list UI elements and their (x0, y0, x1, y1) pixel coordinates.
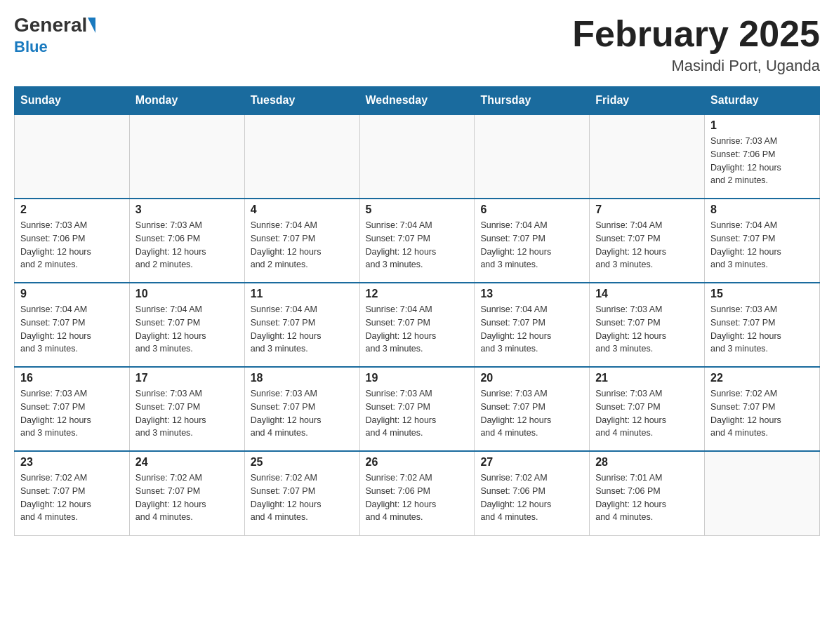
weekday-header-friday: Friday (590, 87, 705, 115)
calendar-cell: 6Sunrise: 7:04 AM Sunset: 7:07 PM Daylig… (475, 199, 590, 283)
day-info: Sunrise: 7:02 AM Sunset: 7:07 PM Dayligh… (710, 387, 814, 440)
calendar-cell: 7Sunrise: 7:04 AM Sunset: 7:07 PM Daylig… (590, 199, 705, 283)
day-number: 9 (20, 288, 124, 300)
weekday-header-monday: Monday (129, 87, 244, 115)
calendar-cell: 27Sunrise: 7:02 AM Sunset: 7:06 PM Dayli… (475, 451, 590, 535)
day-number: 24 (135, 456, 239, 469)
day-number: 20 (480, 372, 583, 384)
calendar-cell: 8Sunrise: 7:04 AM Sunset: 7:07 PM Daylig… (705, 199, 820, 283)
calendar-cell: 3Sunrise: 7:03 AM Sunset: 7:06 PM Daylig… (129, 199, 244, 283)
day-info: Sunrise: 7:04 AM Sunset: 7:07 PM Dayligh… (251, 219, 354, 271)
location: Masindi Port, Uganda (572, 57, 820, 75)
day-number: 14 (595, 288, 699, 300)
day-info: Sunrise: 7:01 AM Sunset: 7:06 PM Dayligh… (595, 471, 699, 524)
day-info: Sunrise: 7:04 AM Sunset: 7:07 PM Dayligh… (366, 303, 469, 356)
day-number: 19 (366, 372, 469, 384)
calendar-cell: 19Sunrise: 7:03 AM Sunset: 7:07 PM Dayli… (359, 367, 475, 451)
logo: General Blue (14, 14, 95, 56)
day-info: Sunrise: 7:04 AM Sunset: 7:07 PM Dayligh… (366, 219, 469, 271)
weekday-header-sunday: Sunday (15, 87, 130, 115)
day-info: Sunrise: 7:04 AM Sunset: 7:07 PM Dayligh… (480, 303, 583, 356)
day-info: Sunrise: 7:04 AM Sunset: 7:07 PM Dayligh… (480, 219, 583, 271)
month-title: February 2025 (572, 14, 820, 54)
calendar-cell: 9Sunrise: 7:04 AM Sunset: 7:07 PM Daylig… (15, 283, 130, 367)
day-number: 27 (480, 456, 583, 469)
day-number: 22 (710, 372, 814, 384)
day-info: Sunrise: 7:03 AM Sunset: 7:07 PM Dayligh… (135, 387, 239, 440)
calendar-cell: 5Sunrise: 7:04 AM Sunset: 7:07 PM Daylig… (359, 199, 475, 283)
day-number: 13 (480, 288, 583, 300)
calendar-cell: 4Sunrise: 7:04 AM Sunset: 7:07 PM Daylig… (244, 199, 359, 283)
day-number: 3 (135, 203, 239, 216)
day-info: Sunrise: 7:03 AM Sunset: 7:07 PM Dayligh… (595, 303, 699, 356)
day-number: 7 (595, 203, 699, 216)
calendar-cell: 26Sunrise: 7:02 AM Sunset: 7:06 PM Dayli… (359, 451, 475, 535)
calendar-cell (359, 114, 475, 199)
calendar-cell: 25Sunrise: 7:02 AM Sunset: 7:07 PM Dayli… (244, 451, 359, 535)
day-number: 11 (251, 288, 354, 300)
weekday-header-tuesday: Tuesday (244, 87, 359, 115)
weekday-header-saturday: Saturday (705, 87, 820, 115)
day-number: 5 (366, 203, 469, 216)
calendar-cell: 12Sunrise: 7:04 AM Sunset: 7:07 PM Dayli… (359, 283, 475, 367)
calendar-cell: 20Sunrise: 7:03 AM Sunset: 7:07 PM Dayli… (475, 367, 590, 451)
calendar-cell: 28Sunrise: 7:01 AM Sunset: 7:06 PM Dayli… (590, 451, 705, 535)
day-number: 8 (710, 203, 814, 216)
day-info: Sunrise: 7:03 AM Sunset: 7:07 PM Dayligh… (251, 387, 354, 440)
logo-arrow-icon (88, 18, 95, 33)
day-info: Sunrise: 7:03 AM Sunset: 7:07 PM Dayligh… (710, 303, 814, 356)
day-number: 18 (251, 372, 354, 384)
weekday-header-row: SundayMondayTuesdayWednesdayThursdayFrid… (15, 87, 820, 115)
day-info: Sunrise: 7:03 AM Sunset: 7:06 PM Dayligh… (710, 135, 814, 187)
calendar-table: SundayMondayTuesdayWednesdayThursdayFrid… (14, 86, 820, 536)
day-info: Sunrise: 7:03 AM Sunset: 7:07 PM Dayligh… (595, 387, 699, 440)
day-info: Sunrise: 7:04 AM Sunset: 7:07 PM Dayligh… (595, 219, 699, 271)
day-info: Sunrise: 7:02 AM Sunset: 7:06 PM Dayligh… (366, 471, 469, 524)
weekday-header-wednesday: Wednesday (359, 87, 475, 115)
calendar-cell: 15Sunrise: 7:03 AM Sunset: 7:07 PM Dayli… (705, 283, 820, 367)
day-number: 12 (366, 288, 469, 300)
calendar-cell: 17Sunrise: 7:03 AM Sunset: 7:07 PM Dayli… (129, 367, 244, 451)
calendar-cell: 21Sunrise: 7:03 AM Sunset: 7:07 PM Dayli… (590, 367, 705, 451)
week-row-4: 16Sunrise: 7:03 AM Sunset: 7:07 PM Dayli… (15, 367, 820, 451)
calendar-cell: 16Sunrise: 7:03 AM Sunset: 7:07 PM Dayli… (15, 367, 130, 451)
day-info: Sunrise: 7:03 AM Sunset: 7:06 PM Dayligh… (135, 219, 239, 271)
day-info: Sunrise: 7:04 AM Sunset: 7:07 PM Dayligh… (251, 303, 354, 356)
calendar-cell: 23Sunrise: 7:02 AM Sunset: 7:07 PM Dayli… (15, 451, 130, 535)
day-info: Sunrise: 7:03 AM Sunset: 7:06 PM Dayligh… (20, 219, 124, 271)
day-number: 1 (710, 119, 814, 132)
day-number: 4 (251, 203, 354, 216)
page-header: General Blue February 2025 Masindi Port,… (14, 14, 820, 75)
day-number: 25 (251, 456, 354, 469)
logo-blue: Blue (14, 38, 48, 56)
day-info: Sunrise: 7:04 AM Sunset: 7:07 PM Dayligh… (710, 219, 814, 271)
calendar-cell: 10Sunrise: 7:04 AM Sunset: 7:07 PM Dayli… (129, 283, 244, 367)
calendar-cell (590, 114, 705, 199)
day-info: Sunrise: 7:04 AM Sunset: 7:07 PM Dayligh… (20, 303, 124, 356)
week-row-2: 2Sunrise: 7:03 AM Sunset: 7:06 PM Daylig… (15, 199, 820, 283)
day-number: 16 (20, 372, 124, 384)
week-row-3: 9Sunrise: 7:04 AM Sunset: 7:07 PM Daylig… (15, 283, 820, 367)
day-number: 23 (20, 456, 124, 469)
day-number: 2 (20, 203, 124, 216)
calendar-cell: 24Sunrise: 7:02 AM Sunset: 7:07 PM Dayli… (129, 451, 244, 535)
calendar-cell: 18Sunrise: 7:03 AM Sunset: 7:07 PM Dayli… (244, 367, 359, 451)
calendar-cell (129, 114, 244, 199)
day-number: 21 (595, 372, 699, 384)
day-info: Sunrise: 7:03 AM Sunset: 7:07 PM Dayligh… (366, 387, 469, 440)
day-info: Sunrise: 7:03 AM Sunset: 7:07 PM Dayligh… (480, 387, 583, 440)
calendar-cell (15, 114, 130, 199)
calendar-cell: 2Sunrise: 7:03 AM Sunset: 7:06 PM Daylig… (15, 199, 130, 283)
title-area: February 2025 Masindi Port, Uganda (572, 14, 820, 75)
day-info: Sunrise: 7:03 AM Sunset: 7:07 PM Dayligh… (20, 387, 124, 440)
day-number: 6 (480, 203, 583, 216)
day-info: Sunrise: 7:02 AM Sunset: 7:07 PM Dayligh… (251, 471, 354, 524)
calendar-cell: 22Sunrise: 7:02 AM Sunset: 7:07 PM Dayli… (705, 367, 820, 451)
calendar-cell: 13Sunrise: 7:04 AM Sunset: 7:07 PM Dayli… (475, 283, 590, 367)
calendar-cell (705, 451, 820, 535)
day-info: Sunrise: 7:02 AM Sunset: 7:07 PM Dayligh… (135, 471, 239, 524)
calendar-cell: 1Sunrise: 7:03 AM Sunset: 7:06 PM Daylig… (705, 114, 820, 199)
day-info: Sunrise: 7:02 AM Sunset: 7:06 PM Dayligh… (480, 471, 583, 524)
calendar-cell (475, 114, 590, 199)
day-info: Sunrise: 7:02 AM Sunset: 7:07 PM Dayligh… (20, 471, 124, 524)
